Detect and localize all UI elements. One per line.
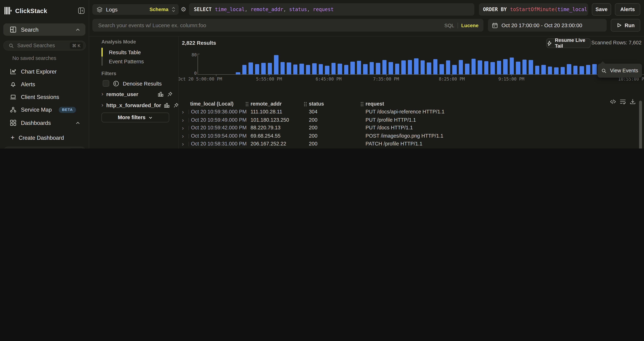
search-icon xyxy=(8,43,14,48)
mode-results-table[interactable]: Results Table xyxy=(109,48,141,57)
row-expander-icon[interactable]: › xyxy=(182,108,184,116)
sidebar-item-client-sessions[interactable]: Client Sessions xyxy=(3,92,85,102)
sidebar-item-alerts[interactable]: Alerts xyxy=(3,79,85,90)
cell-remote-addr: 69.68.254.55 xyxy=(250,132,281,140)
analysis-mode-label: Analysis Mode xyxy=(102,39,136,45)
row-expander-icon[interactable]: › xyxy=(182,140,184,148)
save-button[interactable]: Save xyxy=(592,3,611,16)
table-row[interactable]: ›Oct 20 10:58:18.000 PM6.247.54.111200PU… xyxy=(179,148,644,148)
sidebar-item-dashboards[interactable]: Dashboards xyxy=(3,118,85,128)
filter-field-remote-user[interactable]: › remote_user xyxy=(102,90,172,99)
saved-dashboards-input[interactable]: Saved Dashboards ⌘ K xyxy=(3,147,86,148)
more-filters-button[interactable]: More filters xyxy=(102,112,169,122)
row-expander-icon[interactable]: › xyxy=(182,116,184,124)
histogram-bar xyxy=(541,65,546,74)
table-row[interactable]: ›Oct 20 10:58:31.000 PM206.167.252.22200… xyxy=(179,140,644,148)
sidebar-item-label: Alerts xyxy=(21,81,35,87)
histogram-bar xyxy=(408,60,412,74)
cell-status: 200 xyxy=(309,124,318,132)
table-row[interactable]: ›Oct 20 10:59:36.000 PM111.100.28.11304P… xyxy=(179,108,644,116)
x-axis-tick xyxy=(328,74,329,76)
no-saved-searches-note: No saved searches xyxy=(12,56,56,61)
calendar-icon xyxy=(492,22,498,28)
table-header: time_local (Local) remote_addr status re… xyxy=(179,100,644,108)
drag-handle-icon[interactable] xyxy=(361,102,364,106)
bar-chart-icon[interactable] xyxy=(164,102,170,108)
inactive-mode-indicator xyxy=(102,57,103,66)
chevron-right-icon[interactable]: › xyxy=(102,102,104,108)
denoise-checkbox[interactable] xyxy=(103,80,109,87)
sql-toggle[interactable]: SQL xyxy=(444,22,454,28)
wrap-text-icon[interactable] xyxy=(620,98,626,105)
cell-request: POST /images/logo.png HTTP/1.1 xyxy=(366,132,443,140)
filter-field-http-x-forwarded-for[interactable]: › http_x_forwarded_for xyxy=(102,101,172,110)
row-separator xyxy=(188,118,189,122)
histogram-bar xyxy=(427,62,431,74)
sidebar-item-chart-explorer[interactable]: Chart Explorer xyxy=(3,66,85,77)
histogram-bar xyxy=(440,64,444,74)
x-axis-tick xyxy=(386,74,386,76)
search-icon xyxy=(602,68,607,73)
time-range-picker[interactable]: Oct 20 17:00:00 - Oct 20 23:00:00 xyxy=(488,19,607,32)
histogram-bar xyxy=(255,64,259,74)
histogram-bar xyxy=(484,61,488,74)
row-expander-icon[interactable]: › xyxy=(182,132,184,140)
code-icon[interactable] xyxy=(610,98,616,105)
y-axis xyxy=(198,54,198,74)
histogram-bar xyxy=(287,62,291,74)
gear-icon[interactable]: ⚙ xyxy=(181,6,186,13)
column-header-request[interactable]: request xyxy=(366,100,384,108)
x-axis-tick-label: 8:25:00 PM xyxy=(439,76,465,82)
table-row[interactable]: ›Oct 20 10:59:49.000 PM101.180.123.25020… xyxy=(179,116,644,124)
histogram-bar xyxy=(306,65,310,74)
events-histogram[interactable]: 80 0 Oct 20 5:00:00 PM5:55:00 PM6:45:00 … xyxy=(179,50,644,82)
scrollbar-thumb[interactable] xyxy=(639,101,642,148)
histogram-bar xyxy=(312,63,316,74)
row-expander-icon[interactable]: › xyxy=(182,124,184,132)
pin-icon[interactable] xyxy=(174,102,179,108)
histogram-bar xyxy=(370,62,374,74)
table-row[interactable]: ›Oct 20 10:59:54.000 PM69.68.254.55200PO… xyxy=(179,132,644,140)
drag-handle-icon[interactable] xyxy=(304,102,307,106)
schema-badge: Schema xyxy=(150,6,168,12)
histogram-bar xyxy=(458,60,463,74)
histogram-bar xyxy=(510,58,514,74)
select-query-input[interactable]: SELECT time_local, remote_addr, status, … xyxy=(189,3,474,16)
query-comma: , xyxy=(307,6,313,12)
download-icon[interactable] xyxy=(630,98,636,105)
column-header-remote-addr[interactable]: remote_addr xyxy=(250,100,282,108)
order-by-input[interactable]: ORDER BY toStartOfMinute(time_local)D xyxy=(479,3,588,16)
resume-live-tail-button[interactable]: Resume Live Tail xyxy=(546,38,591,48)
app-window: ClickStack Search Saved Searches ⌘ K No … xyxy=(0,0,644,148)
run-button[interactable]: Run xyxy=(611,19,640,32)
cell-request: PUT /admin/dashboard HTTP/1.1 xyxy=(366,148,442,148)
column-header-status[interactable]: status xyxy=(309,100,324,108)
pin-icon[interactable] xyxy=(167,92,172,97)
column-header-time-local[interactable]: time_local (Local) xyxy=(190,100,234,108)
collapse-sidebar-icon[interactable] xyxy=(78,7,84,14)
sidebar-item-search[interactable]: Search xyxy=(3,24,85,36)
histogram-bar xyxy=(338,64,342,74)
alerts-label: Alerts xyxy=(620,6,635,12)
layers-icon xyxy=(96,6,103,12)
mode-event-patterns[interactable]: Event Patterns xyxy=(109,57,144,66)
bar-chart-icon[interactable] xyxy=(158,91,164,97)
view-events-button[interactable]: View Events xyxy=(598,64,642,78)
source-select[interactable]: Logs Schema xyxy=(92,4,179,15)
shortcut-badge: ⌘ K xyxy=(70,148,83,148)
lucene-toggle[interactable]: Lucene xyxy=(461,22,478,28)
sidebar-item-service-map[interactable]: Service Map BETA xyxy=(3,104,85,115)
sidebar-item-label: Chart Explorer xyxy=(21,68,57,74)
alerts-button[interactable]: Alerts xyxy=(615,3,640,16)
create-dashboard-button[interactable]: + Create Dashboard xyxy=(11,132,64,143)
search-input[interactable] xyxy=(97,22,441,29)
x-axis-tick xyxy=(269,74,270,76)
histogram-bars xyxy=(236,54,644,74)
cell-time-local: Oct 20 10:59:36.000 PM xyxy=(191,108,247,116)
saved-searches-input[interactable]: Saved Searches ⌘ K xyxy=(3,40,86,50)
table-row[interactable]: ›Oct 20 10:59:42.000 PM88.220.79.13200PU… xyxy=(179,124,644,132)
histogram-bar xyxy=(236,72,240,74)
drag-handle-icon[interactable] xyxy=(246,102,248,106)
histogram-bar xyxy=(268,63,272,74)
chevron-right-icon[interactable]: › xyxy=(102,91,104,96)
